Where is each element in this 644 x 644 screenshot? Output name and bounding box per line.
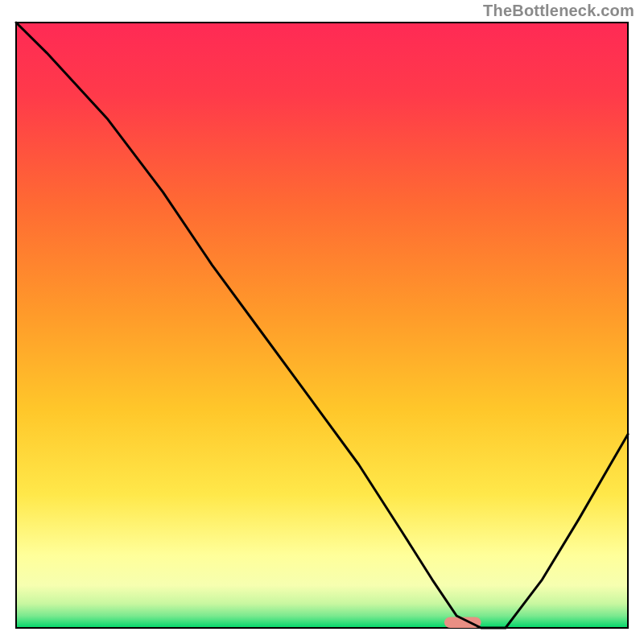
watermark-text: TheBottleneck.com xyxy=(483,2,634,20)
chart-stage: TheBottleneck.com xyxy=(0,0,644,644)
chart-svg xyxy=(0,0,644,644)
plot-area xyxy=(16,23,628,628)
